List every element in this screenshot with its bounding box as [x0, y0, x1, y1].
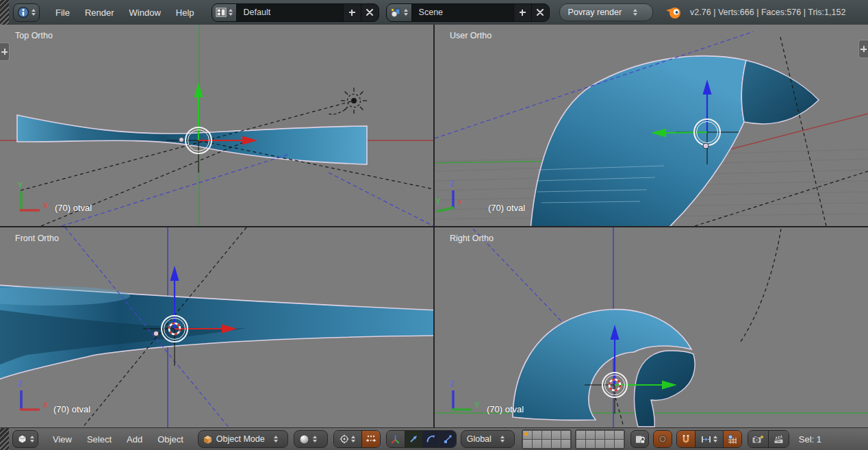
- screen-layout-icon: [216, 8, 227, 17]
- gizmo-x-label: x: [458, 197, 462, 205]
- layer-toggle[interactable]: [552, 431, 561, 439]
- manipulator-axis-icon: [390, 434, 400, 445]
- add-scene-button[interactable]: [513, 4, 531, 21]
- layer-toggle[interactable]: [576, 431, 585, 439]
- delete-scene-button[interactable]: [531, 4, 549, 21]
- viewport-label: Front Ortho: [15, 234, 59, 243]
- proportional-edit-toggle[interactable]: [654, 431, 672, 447]
- screen-layout-name-field[interactable]: Default: [237, 4, 343, 21]
- layer-toggle[interactable]: [586, 431, 595, 439]
- chevron-updown-icon: [229, 9, 233, 16]
- rotate-icon: [426, 434, 435, 444]
- menu-select[interactable]: Select: [79, 434, 119, 445]
- screen-layout-selector: Default: [212, 3, 379, 22]
- gizmo-y-label: Y: [18, 181, 23, 189]
- viewport-user-ortho[interactable]: User Ortho (70) otval Z Y x: [435, 25, 868, 226]
- layer-toggle[interactable]: [561, 431, 570, 439]
- snap-group: [676, 430, 742, 448]
- info-icon: [17, 6, 29, 18]
- viewport-label: Right Ortho: [450, 234, 494, 243]
- translate-icon: [409, 434, 418, 444]
- menu-window[interactable]: Window: [122, 8, 168, 18]
- manipulator-group: [386, 430, 457, 448]
- pivot-point-dropdown[interactable]: [334, 431, 362, 447]
- quad-view-area: Top Ortho (70) otval Y X: [0, 25, 868, 428]
- layer-toggle[interactable]: [576, 440, 585, 448]
- menu-help[interactable]: Help: [168, 8, 202, 18]
- lock-to-scene-toggle[interactable]: [630, 430, 649, 448]
- opengl-render-animation-button[interactable]: [769, 431, 789, 447]
- viewport-label: Top Ortho: [15, 31, 53, 40]
- layer-toggle[interactable]: [605, 431, 614, 439]
- active-object-label: (70) otval: [55, 203, 92, 213]
- render-engine-dropdown[interactable]: Povray render: [559, 3, 654, 21]
- transform-orientation-dropdown[interactable]: Global: [461, 430, 515, 448]
- screen-layout-browse-button[interactable]: [212, 4, 237, 21]
- layer-toggle[interactable]: [523, 431, 532, 439]
- layer-toggle[interactable]: [605, 440, 614, 448]
- rotate-manipulator-button[interactable]: [422, 431, 439, 447]
- editor-type-button-3dview[interactable]: [12, 430, 38, 448]
- layer-toggle[interactable]: [615, 431, 624, 439]
- expand-properties-button[interactable]: [858, 40, 868, 58]
- manipulator-toggle[interactable]: [387, 431, 405, 447]
- info-header: File Render Window Help Default: [0, 0, 868, 25]
- snap-toggle[interactable]: [677, 431, 695, 447]
- layer-toggle[interactable]: [523, 440, 532, 448]
- scale-manipulator-button[interactable]: [439, 431, 456, 447]
- layer-toggle[interactable]: [533, 431, 541, 439]
- blender-window: File Render Window Help Default: [0, 0, 868, 450]
- corner-grip: [0, 0, 9, 25]
- layer-toggle[interactable]: [561, 440, 570, 448]
- layer-toggle[interactable]: [596, 440, 604, 448]
- editor-type-button-info[interactable]: [13, 3, 40, 22]
- menu-render[interactable]: Render: [77, 8, 122, 18]
- shading-sphere-icon: [299, 434, 309, 445]
- close-icon: [537, 9, 544, 16]
- manipulator-y-arrow[interactable]: [665, 132, 707, 133]
- layers-widget-left: [522, 429, 572, 449]
- menu-view[interactable]: View: [45, 434, 79, 445]
- layer-toggle[interactable]: [533, 440, 541, 448]
- scene-browse-button[interactable]: [387, 4, 412, 21]
- layer-toggle[interactable]: [552, 440, 561, 448]
- layer-toggle[interactable]: [615, 440, 624, 448]
- render-engine-value: Povray render: [568, 8, 622, 17]
- manipulate-centers-toggle[interactable]: [362, 431, 380, 447]
- scene-icon: [390, 8, 402, 18]
- chevron-updown-icon: [30, 436, 34, 442]
- layer-toggle[interactable]: [542, 440, 551, 448]
- delete-layout-button[interactable]: [361, 4, 379, 21]
- layer-toggle[interactable]: [542, 431, 551, 439]
- viewport-front-ortho[interactable]: Front Ortho (70) otval Z X: [0, 227, 433, 428]
- mode-dropdown[interactable]: Object Mode: [198, 430, 288, 448]
- viewport-top-ortho[interactable]: Top Ortho (70) otval Y X: [0, 25, 433, 226]
- plus-icon: [520, 10, 526, 16]
- menu-object[interactable]: Object: [150, 434, 191, 445]
- snap-element-icon: [701, 435, 711, 444]
- active-object-label: (70) otval: [53, 404, 90, 414]
- viewport-right-ortho[interactable]: Right Ortho (70) otval Z Y: [435, 227, 868, 428]
- expand-toolshelf-button[interactable]: [0, 42, 10, 61]
- layer-toggle[interactable]: [596, 431, 604, 439]
- expand-panel-icon: [1, 49, 8, 55]
- chevron-updown-icon: [633, 9, 637, 16]
- snap-element-dropdown[interactable]: [695, 431, 724, 447]
- chevron-updown-icon: [313, 436, 317, 442]
- viewport-shading-dropdown[interactable]: [294, 430, 328, 448]
- opengl-render-anim-icon: [773, 434, 784, 445]
- snap-align-rotation-toggle[interactable]: [724, 431, 741, 447]
- menu-add[interactable]: Add: [119, 434, 150, 445]
- scene-name-field[interactable]: Scene: [412, 4, 513, 21]
- layer-toggle[interactable]: [586, 440, 595, 448]
- add-layout-button[interactable]: [343, 4, 361, 21]
- menu-file[interactable]: File: [48, 8, 77, 18]
- viewport-label: User Ortho: [450, 31, 492, 40]
- corner-grip: [0, 428, 9, 450]
- translate-manipulator-button[interactable]: [405, 431, 422, 447]
- pivot-point-icon: [340, 434, 349, 444]
- object-origin-dot: [153, 331, 159, 336]
- opengl-render-button[interactable]: [748, 431, 769, 447]
- orientation-value: Global: [467, 434, 492, 444]
- proportional-edit-icon: [658, 434, 667, 444]
